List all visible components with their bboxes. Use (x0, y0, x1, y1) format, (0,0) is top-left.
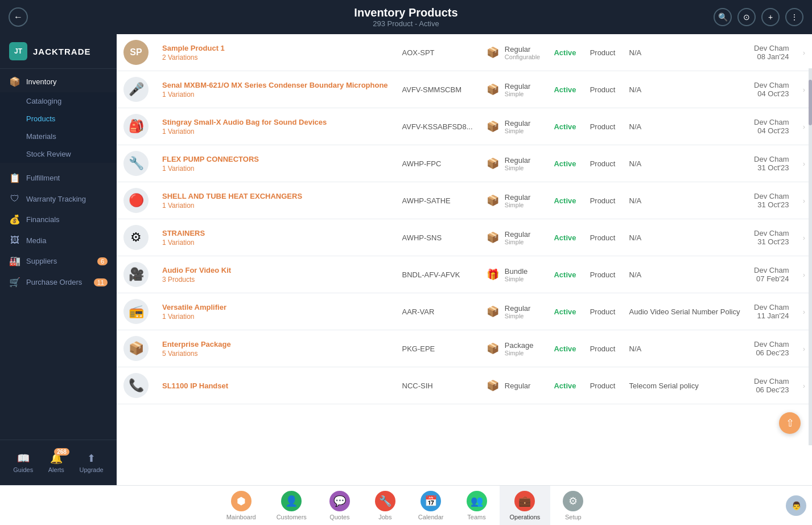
more-button[interactable]: ⋮ (785, 8, 803, 26)
sidebar-item-media[interactable]: 🖼 Media (0, 230, 117, 251)
product-status-cell: Active (547, 367, 583, 404)
alerts-label: Alerts (48, 466, 64, 473)
product-status-cell: Active (547, 256, 583, 293)
filter-button[interactable]: ⊙ (737, 8, 756, 26)
search-button[interactable]: 🔍 (714, 8, 732, 26)
product-status: Active (554, 233, 576, 242)
product-serial: N/A (623, 256, 747, 293)
sidebar-item-cataloging[interactable]: Cataloging (0, 92, 117, 110)
product-type-cell: 📦 Regular Simple (480, 219, 547, 256)
table-row[interactable]: 📦 Enterprise Package 5 Variations PKG-EP… (117, 330, 812, 367)
sidebar-item-fulfillment[interactable]: 📋 Fulfillment (0, 167, 117, 188)
upgrade-button[interactable]: ⬆ Upgrade (76, 449, 106, 476)
product-name[interactable]: FLEX PUMP CONNECTORS (162, 155, 389, 163)
product-avatar: 📦 (123, 336, 149, 361)
nav-label-teams: Teams (467, 514, 485, 520)
product-name[interactable]: Enterprise Package (162, 340, 389, 348)
product-name[interactable]: Stingray Small-X Audio Bag for Sound Dev… (162, 118, 389, 126)
nav-teams[interactable]: 👥 Teams (454, 486, 500, 525)
alerts-button[interactable]: 🔔 268 Alerts (46, 449, 67, 476)
logo-text: JACKTRADE (33, 47, 91, 56)
nav-setup[interactable]: ⚙ Setup (550, 486, 596, 525)
nav-customers[interactable]: 👤 Customers (266, 486, 317, 525)
table-row[interactable]: 📞 SL1100 IP Handset NCC-SIH 📦 Regular Ac… (117, 367, 812, 404)
user-avatar[interactable]: 👨 (786, 495, 806, 516)
table-row[interactable]: 📻 Versatile Amplifier 1 Variation AAR-VA… (117, 293, 812, 330)
product-type-main: Regular (505, 119, 531, 128)
nav-calendar[interactable]: 📅 Calendar (408, 486, 454, 525)
product-updated: Dev Cham 31 Oct'23 (747, 219, 796, 256)
upgrade-icon: ⬆ (87, 452, 96, 465)
sidebar-label-warranty: Warranty Tracking (26, 195, 86, 203)
sidebar-item-products[interactable]: Products (0, 110, 117, 128)
product-variations[interactable]: 1 Variation (162, 91, 389, 99)
product-variations[interactable]: 1 Variation (162, 239, 389, 247)
product-name[interactable]: Sample Product 1 (162, 44, 389, 52)
add-button[interactable]: + (761, 8, 780, 26)
product-serial: N/A (623, 182, 747, 219)
product-variations[interactable]: 1 Variation (162, 165, 389, 173)
back-button[interactable]: ← (9, 7, 28, 27)
product-serial: N/A (623, 145, 747, 182)
sidebar-item-purchase-orders[interactable]: 🛒 Purchase Orders 11 (0, 272, 117, 293)
nav-jobs[interactable]: 🔧 Jobs (362, 486, 408, 525)
product-name[interactable]: Versatile Amplifier (162, 303, 389, 311)
sidebar-item-warranty[interactable]: 🛡 Warranty Tracking (0, 188, 117, 209)
sidebar-item-stock-review[interactable]: Stock Review (0, 145, 117, 163)
product-variations[interactable]: 2 Variations (162, 54, 389, 61)
product-serial: Audio Video Serial Number Policy (623, 293, 747, 330)
product-variations[interactable]: 1 Variation (162, 202, 389, 210)
product-name[interactable]: SHELL AND TUBE HEAT EXCHANGERS (162, 192, 389, 200)
nav-label-operations: Operations (510, 514, 541, 520)
product-sku-cell: AOX-SPT (395, 34, 480, 71)
table-row[interactable]: 🎤 Senal MXBM-621/O MX Series Condenser B… (117, 71, 812, 108)
sidebar-item-materials[interactable]: Materials (0, 128, 117, 145)
product-name-cell: Sample Product 1 2 Variations (155, 34, 395, 71)
updated-by: Dev Cham (754, 340, 789, 348)
table-row[interactable]: 🔧 FLEX PUMP CONNECTORS 1 Variation AWHP-… (117, 145, 812, 182)
updated-date: 07 Feb'24 (754, 274, 789, 283)
suppliers-badge: 6 (97, 257, 108, 265)
updated-date: 11 Jan'24 (754, 311, 789, 320)
table-row[interactable]: 🔴 SHELL AND TUBE HEAT EXCHANGERS 1 Varia… (117, 182, 812, 219)
product-sku: AVFV-KSSABFSD8... (402, 122, 473, 131)
product-name[interactable]: Audio For Video Kit (162, 266, 389, 274)
table-row[interactable]: ⚙ STRAINERS 1 Variation AWHP-SNS 📦 Regul… (117, 219, 812, 256)
alerts-badge: 268 (54, 448, 69, 456)
product-variations[interactable]: 3 Products (162, 276, 389, 284)
product-type-cell: 📦 Regular Simple (480, 145, 547, 182)
product-name[interactable]: SL1100 IP Handset (162, 382, 389, 390)
product-type-sub: Simple (505, 128, 531, 134)
table-row[interactable]: SP Sample Product 1 2 Variations AOX-SPT… (117, 34, 812, 71)
inventory-icon: 📦 (9, 76, 20, 87)
customers-icon: 👤 (281, 491, 302, 511)
product-name[interactable]: STRAINERS (162, 229, 389, 237)
table-row[interactable]: 🎥 Audio For Video Kit 3 Products BNDL-AF… (117, 256, 812, 293)
scrollbar-track[interactable] (809, 68, 812, 445)
guides-button[interactable]: 📖 Guides (10, 449, 36, 476)
sidebar-item-inventory[interactable]: 📦 Inventory (0, 71, 117, 92)
operations-icon: 💼 (514, 491, 535, 511)
product-avatar-cell: 📦 (117, 330, 155, 367)
product-name[interactable]: Senal MXBM-621/O MX Series Condenser Bou… (162, 81, 389, 89)
table-row[interactable]: 🎒 Stingray Small-X Audio Bag for Sound D… (117, 108, 812, 145)
sidebar-item-financials[interactable]: 💰 Financials (0, 209, 117, 230)
nav-operations[interactable]: 💼 Operations (500, 486, 551, 525)
product-updated: Dev Cham 06 Dec'23 (747, 330, 796, 367)
product-updated: Dev Cham 31 Oct'23 (747, 182, 796, 219)
product-sku: AWHP-SNS (402, 233, 473, 242)
product-serial: N/A (623, 219, 747, 256)
nav-mainboard[interactable]: ⬢ Mainboard (216, 486, 266, 525)
nav-quotes[interactable]: 💬 Quotes (317, 486, 362, 525)
sidebar-item-suppliers[interactable]: 🏭 Suppliers 6 (0, 251, 117, 272)
product-variations[interactable]: 1 Variation (162, 128, 389, 136)
product-chevron[interactable]: › (796, 34, 812, 71)
type-icon: 📦 (487, 120, 499, 133)
product-variations[interactable]: 1 Variation (162, 313, 389, 321)
financials-icon: 💰 (9, 214, 20, 225)
scroll-top-button[interactable]: ⇧ (779, 412, 801, 434)
product-type-cell: 📦 Regular Simple (480, 71, 547, 108)
product-updated: Dev Cham 08 Jan'24 (747, 34, 796, 71)
product-variations[interactable]: 5 Variations (162, 350, 389, 358)
product-type-main: Regular (505, 193, 531, 202)
